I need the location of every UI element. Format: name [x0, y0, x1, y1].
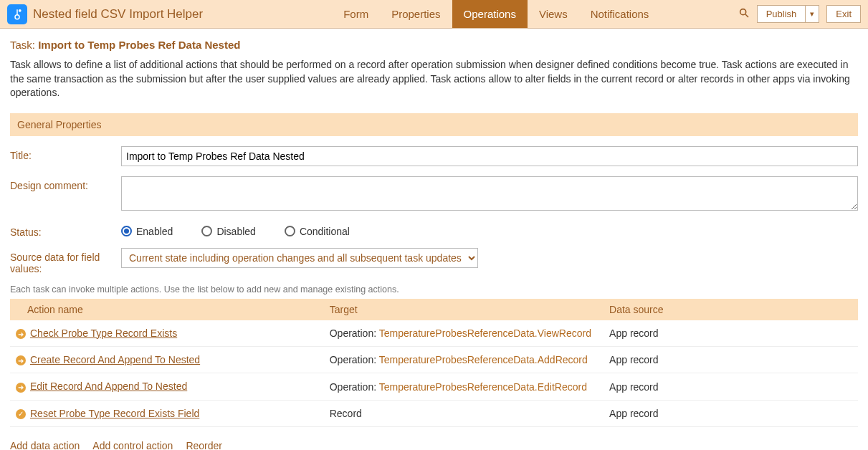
task-title-line: Task: Import to Temp Probes Ref Data Nes… — [10, 39, 858, 51]
row-status: Status: Enabled Disabled Conditional — [10, 223, 858, 238]
action-name-link[interactable]: Reset Probe Type Record Exists Field — [30, 408, 199, 419]
target-link[interactable]: TemperatureProbesReferenceData.AddRecord — [379, 354, 588, 365]
action-name-link[interactable]: Edit Record And Append To Nested — [30, 380, 187, 392]
main-nav: Form Properties Operations Views Notific… — [332, 0, 660, 28]
target-prefix: Operation: — [330, 354, 379, 365]
target-text: Record — [330, 408, 362, 419]
task-name: Import to Temp Probes Ref Data Nested — [38, 39, 240, 51]
nav-properties[interactable]: Properties — [380, 0, 452, 28]
label-title: Title: — [10, 146, 121, 161]
publish-dropdown[interactable]: ▾ — [806, 5, 819, 23]
label-source: Source data for field values: — [10, 248, 121, 274]
svg-point-0 — [15, 14, 19, 19]
data-source-cell: App record — [604, 400, 858, 426]
target-link[interactable]: TemperatureProbesReferenceData.ViewRecor… — [379, 327, 591, 339]
radio-dot-icon — [201, 226, 212, 236]
radio-dot-icon — [121, 226, 132, 236]
search-icon[interactable] — [738, 7, 750, 21]
link-add-control-action[interactable]: Add control action — [92, 440, 173, 450]
th-target: Target — [324, 299, 604, 320]
topbar-right: Publish ▾ Exit — [738, 5, 861, 23]
radio-enabled[interactable]: Enabled — [121, 226, 173, 237]
table-row: ✓Reset Probe Type Record Exists FieldRec… — [10, 400, 858, 426]
arrow-circle-icon: ➜ — [16, 329, 26, 339]
label-comment: Design comment: — [10, 176, 121, 191]
svg-point-2 — [740, 9, 745, 14]
data-source-cell: App record — [604, 320, 858, 347]
row-source: Source data for field values: Current st… — [10, 248, 858, 274]
radio-enabled-label: Enabled — [136, 226, 173, 237]
svg-line-3 — [745, 14, 748, 17]
arrow-circle-icon: ➜ — [16, 383, 26, 393]
footer-links: Add data action Add control action Reord… — [10, 440, 858, 450]
radio-conditional[interactable]: Conditional — [285, 226, 350, 237]
target-prefix: Operation: — [330, 327, 379, 339]
data-source-cell: App record — [604, 347, 858, 373]
section-general-properties: General Properties — [10, 113, 858, 136]
nav-notifications[interactable]: Notifications — [579, 0, 661, 28]
check-circle-icon: ✓ — [16, 409, 26, 419]
select-source[interactable]: Current state including operation change… — [121, 248, 478, 268]
row-comment: Design comment: — [10, 176, 858, 213]
table-row: ➜Check Probe Type Record ExistsOperation… — [10, 320, 858, 347]
radio-disabled[interactable]: Disabled — [201, 226, 255, 237]
actions-table: Action name Target Data source ➜Check Pr… — [10, 299, 858, 427]
link-reorder[interactable]: Reorder — [186, 440, 222, 450]
link-add-data-action[interactable]: Add data action — [10, 440, 80, 450]
arrow-circle-icon: ➜ — [16, 355, 26, 365]
th-data-source: Data source — [604, 299, 858, 320]
actions-hint: Each task can invoke multiple actions. U… — [10, 284, 858, 295]
publish-button[interactable]: Publish — [757, 5, 806, 23]
app-title: Nested field CSV Import Helper — [33, 7, 203, 21]
radio-dot-icon — [285, 226, 295, 236]
nav-views[interactable]: Views — [528, 0, 579, 28]
table-row: ➜Edit Record And Append To NestedOperati… — [10, 373, 858, 400]
nav-operations[interactable]: Operations — [452, 0, 528, 28]
nav-form[interactable]: Form — [332, 0, 380, 28]
exit-button[interactable]: Exit — [826, 5, 861, 23]
action-name-link[interactable]: Create Record And Append To Nested — [30, 354, 200, 365]
topbar: Nested field CSV Import Helper Form Prop… — [0, 0, 868, 29]
th-action-name: Action name — [10, 299, 324, 320]
input-title[interactable] — [121, 146, 858, 166]
publish-group: Publish ▾ — [757, 5, 820, 23]
input-comment[interactable] — [121, 176, 858, 211]
content-area: Task: Import to Temp Probes Ref Data Nes… — [0, 29, 868, 450]
action-name-link[interactable]: Check Probe Type Record Exists — [30, 327, 177, 339]
task-description: Task allows to define a list of addition… — [10, 58, 858, 100]
radio-conditional-label: Conditional — [300, 226, 350, 237]
target-link[interactable]: TemperatureProbesReferenceData.EditRecor… — [379, 381, 587, 393]
app-icon — [7, 4, 27, 24]
task-prefix: Task: — [10, 39, 38, 51]
label-status: Status: — [10, 223, 121, 238]
row-title: Title: — [10, 146, 858, 166]
radio-disabled-label: Disabled — [216, 226, 255, 237]
svg-point-1 — [19, 9, 21, 11]
table-row: ➜Create Record And Append To NestedOpera… — [10, 347, 858, 373]
target-prefix: Operation: — [330, 381, 379, 393]
data-source-cell: App record — [604, 373, 858, 400]
